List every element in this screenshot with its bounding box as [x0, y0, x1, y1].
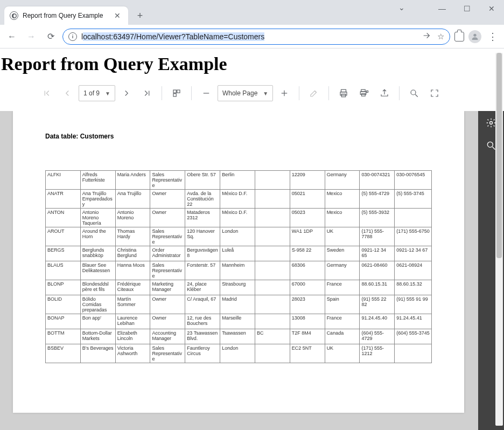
maximize-button[interactable]: ☐ — [454, 0, 479, 17]
table-cell: Blondesddsl père et fils — [80, 280, 115, 295]
table-cell: México D.F. — [220, 209, 255, 227]
browser-tab[interactable]: Report from Query Example ✕ — [4, 6, 128, 25]
zoom-mode-label: Whole Page — [222, 89, 257, 97]
table-cell: Avda. de la Constitución 22 — [185, 190, 220, 209]
print-button[interactable] — [334, 84, 353, 102]
table-cell: ALFKI — [46, 171, 81, 190]
table-cell: Hanna Moos — [115, 261, 150, 280]
table-cell: (91) 555 22 82 — [360, 295, 395, 314]
page-content: Report from Query Example 1 of 9 ▼ Whole… — [0, 48, 504, 430]
search-panel-icon[interactable] — [486, 140, 496, 153]
table-cell: (171) 555-1212 — [360, 344, 395, 363]
settings-icon[interactable] — [486, 117, 496, 130]
svg-rect-2 — [177, 90, 180, 93]
table-cell — [255, 171, 290, 190]
table-cell: 12, rue des Bouchers — [185, 314, 220, 329]
table-row: BLONPBlondesddsl père et filsFrédérique … — [46, 280, 432, 295]
address-bar[interactable]: i localhost:63497/Home/Viewer?TableName=… — [62, 29, 450, 45]
zoom-mode-select[interactable]: Whole Page ▼ — [218, 85, 273, 101]
table-cell: 24, place Kléber — [185, 280, 220, 295]
page-scrollbar[interactable] — [495, 53, 503, 426]
table-cell: Sweden — [325, 246, 360, 261]
table-cell: (171) 555-6750 — [395, 227, 432, 246]
table-cell: Forsterstr. 57 — [185, 261, 220, 280]
table-cell: 05023 — [290, 209, 325, 227]
last-page-button[interactable] — [138, 84, 156, 102]
table-cell: Owner — [150, 209, 185, 227]
chrome-menu-icon[interactable]: ⋮ — [486, 31, 500, 43]
new-tab-button[interactable]: + — [132, 8, 148, 23]
search-button[interactable] — [405, 84, 423, 102]
table-cell: (5) 555-4729 — [360, 190, 395, 209]
table-cell: ANTON — [46, 209, 81, 227]
table-cell: Mexico — [325, 190, 360, 209]
export-button[interactable] — [375, 84, 394, 102]
close-tab-icon[interactable]: ✕ — [112, 11, 123, 20]
tab-overflow-icon[interactable]: ⌄ — [398, 3, 405, 12]
forward-button[interactable]: → — [24, 29, 39, 44]
table-row: ANATRAna Trujillo Emparedados yAna Truji… — [46, 190, 432, 209]
table-cell: Maria Anders — [115, 171, 150, 190]
browser-toolbar: ← → ⟳ i localhost:63497/Home/Viewer?Tabl… — [0, 25, 504, 48]
table-cell: (171) 555-7788 — [360, 227, 395, 246]
minimize-button[interactable]: ― — [430, 0, 454, 17]
table-cell: Spain — [325, 295, 360, 314]
table-row: BONAPBon app'Laurence LebihanOwner12, ru… — [46, 314, 432, 329]
url-text: localhost:63497/Home/Viewer?TableName=Cu… — [81, 32, 264, 41]
table-cell: BONAP — [46, 314, 81, 329]
table-cell: Strasbourg — [220, 280, 255, 295]
back-button[interactable]: ← — [4, 29, 19, 44]
table-cell: Christina Berglund — [115, 246, 150, 261]
table-cell: 91.24.45.40 — [360, 314, 395, 329]
table-cell: 68306 — [290, 261, 325, 280]
prev-page-button[interactable] — [58, 84, 76, 102]
page-indicator-select[interactable]: 1 of 9 ▼ — [79, 85, 115, 101]
table-cell: 67000 — [290, 280, 325, 295]
table-cell — [255, 295, 290, 314]
profile-avatar[interactable] — [468, 30, 481, 43]
table-cell: C/ Araquil, 67 — [185, 295, 220, 314]
table-cell: 0621-08924 — [395, 261, 432, 280]
page-title: Report from Query Example — [0, 54, 504, 74]
edit-button[interactable] — [305, 84, 323, 102]
table-cell: Germany — [325, 261, 360, 280]
table-cell: Antonio Moreno Taquería — [80, 209, 115, 227]
zoom-in-button[interactable] — [275, 84, 293, 102]
table-cell: Martín Sommer — [115, 295, 150, 314]
table-cell: 88.60.15.32 — [395, 280, 432, 295]
reload-button[interactable]: ⟳ — [43, 29, 58, 44]
site-info-icon[interactable]: i — [68, 32, 77, 41]
svg-rect-7 — [341, 89, 346, 92]
table-cell: Canada — [325, 329, 360, 344]
table-cell: Fauntleroy Circus — [185, 344, 220, 363]
table-cell: Berglunds snabbköp — [80, 246, 115, 261]
table-cell: Alfreds Futterkiste — [80, 171, 115, 190]
svg-rect-1 — [173, 90, 176, 93]
extensions-icon[interactable] — [454, 32, 464, 41]
first-page-button[interactable] — [38, 84, 56, 102]
table-cell: S-958 22 — [290, 246, 325, 261]
table-cell: 030-0074321 — [360, 171, 395, 190]
table-cell: Obere Str. 57 — [185, 171, 220, 190]
zoom-out-button[interactable] — [197, 84, 215, 102]
fullscreen-button[interactable] — [425, 84, 444, 102]
report-viewer-toolbar: 1 of 9 ▼ Whole Page ▼ — [0, 79, 504, 108]
share-icon[interactable] — [422, 31, 431, 41]
print-all-button[interactable] — [355, 84, 373, 102]
table-cell: 0921-12 34 67 — [395, 246, 432, 261]
next-page-button[interactable] — [117, 84, 136, 102]
table-row: AROUTAround the HornThomas HardySales Re… — [46, 227, 432, 246]
caret-down-icon: ▼ — [105, 91, 110, 96]
table-cell: 0621-08460 — [360, 261, 395, 280]
table-cell: 28023 — [290, 295, 325, 314]
layout-button[interactable] — [167, 84, 186, 102]
svg-rect-13 — [367, 91, 368, 93]
table-cell: B's Beverages — [80, 344, 115, 363]
table-cell: Sales Representative — [150, 171, 185, 190]
tab-title: Report from Query Example — [23, 12, 108, 19]
svg-rect-12 — [362, 94, 366, 96]
close-window-button[interactable]: ✕ — [479, 0, 504, 17]
bookmark-icon[interactable]: ☆ — [437, 32, 444, 41]
report-scroll-area[interactable]: Data table: Customers ALFKIAlfreds Futte… — [0, 111, 478, 430]
table-cell: Frédérique Citeaux — [115, 280, 150, 295]
